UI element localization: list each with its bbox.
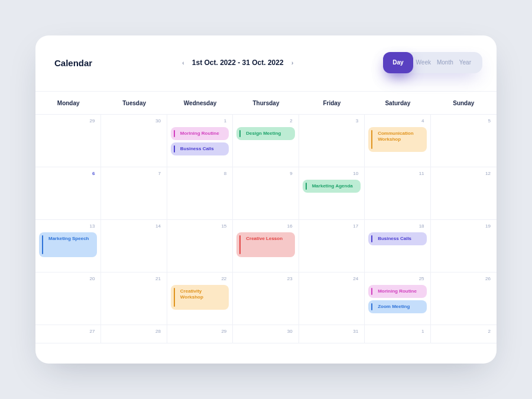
day-cell[interactable]: 11 [365, 167, 430, 219]
weekday-header: Monday [35, 92, 101, 114]
day-cell[interactable]: 29 [167, 325, 233, 343]
week-row: 27 28 29 30 31 1 2 [35, 325, 497, 343]
day-cell[interactable]: 2 [431, 325, 497, 343]
day-number: 12 [433, 171, 494, 179]
day-cell[interactable]: 6 [35, 167, 101, 219]
day-cell[interactable]: 3 [299, 115, 365, 167]
day-cell[interactable]: 26 [431, 273, 497, 325]
day-cell[interactable]: 28 [101, 325, 167, 343]
day-cell[interactable]: 9 [233, 167, 299, 219]
weekday-header: Friday [299, 92, 365, 114]
weekday-header: Sunday [431, 92, 497, 114]
event-marketing-agenda[interactable]: Marketing Agenda [303, 180, 361, 193]
day-cell[interactable]: 31 [299, 325, 365, 343]
day-number: 26 [433, 276, 494, 284]
day-cell[interactable]: 16 Creative Lesson [233, 220, 299, 272]
week-row: 6 7 8 9 10 Marketing Agenda 11 12 [35, 167, 497, 220]
day-number: 4 [367, 118, 427, 126]
view-year-button[interactable]: Year [456, 52, 474, 73]
day-number: 25 [367, 276, 427, 284]
event-design-meeting[interactable]: Design Meeting [236, 127, 294, 140]
day-cell[interactable]: 12 [431, 167, 497, 219]
view-month-button[interactable]: Month [434, 52, 456, 73]
weekday-header: Thursday [233, 92, 299, 114]
day-cell[interactable]: 2 Design Meeting [233, 115, 299, 167]
day-number: 21 [103, 276, 164, 284]
day-cell[interactable]: 1 [365, 325, 430, 343]
day-number: 30 [235, 329, 296, 336]
day-number: 7 [103, 171, 164, 179]
day-cell[interactable]: 7 [101, 167, 167, 219]
day-number: 17 [301, 223, 362, 231]
day-number: 15 [170, 223, 230, 231]
event-business-calls-2[interactable]: Business Calls [368, 232, 426, 245]
event-creativity-workshop[interactable]: Creativity Workshop [171, 285, 229, 310]
chevron-right-icon[interactable]: › [288, 59, 297, 67]
day-cell[interactable]: 17 [299, 220, 365, 272]
day-number: 24 [301, 276, 362, 284]
event-creative-lesson[interactable]: Creative Lesson [236, 232, 294, 257]
event-communication-workshop[interactable]: Communication Workshop [368, 127, 426, 152]
date-range-picker[interactable]: ‹ 1st Oct. 2022 - 31 Oct. 2022 › [179, 59, 297, 67]
date-range-label: 1st Oct. 2022 - 31 Oct. 2022 [192, 59, 284, 67]
week-row: 29 30 1 Morining Routine Business Calls … [35, 115, 497, 167]
day-number: 8 [170, 171, 230, 179]
day-number: 11 [367, 171, 427, 179]
day-cell[interactable]: 5 [431, 115, 497, 167]
day-cell[interactable]: 10 Marketing Agenda [299, 167, 365, 219]
day-cell[interactable]: 4 Communication Workshop [365, 115, 430, 167]
event-zoom-meeting[interactable]: Zoom Meeting [368, 300, 426, 313]
calendar-grid: Monday Tuesday Wednesday Thursday Friday… [35, 91, 497, 343]
day-cell[interactable]: 25 Morining Routine Zoom Meeting [365, 273, 430, 325]
day-cell[interactable]: 20 [35, 273, 101, 325]
day-number: 9 [235, 171, 296, 179]
event-marketing-speech[interactable]: Marketing Speech [39, 232, 97, 257]
day-number: 22 [170, 276, 230, 284]
week-row: 20 21 22 Creativity Workshop 23 24 25 Mo… [35, 273, 497, 325]
day-cell[interactable]: 29 [35, 115, 101, 167]
day-number: 3 [301, 118, 362, 126]
weekday-header-row: Monday Tuesday Wednesday Thursday Friday… [35, 92, 497, 115]
day-number: 10 [301, 171, 362, 179]
weekday-header: Saturday [365, 92, 430, 114]
day-cell[interactable]: 8 [167, 167, 233, 219]
day-number: 23 [235, 276, 296, 284]
event-morning-routine[interactable]: Morining Routine [171, 127, 229, 140]
day-number: 13 [38, 223, 98, 231]
day-number: 29 [38, 118, 98, 126]
chevron-left-icon[interactable]: ‹ [179, 59, 187, 67]
day-cell[interactable]: 23 [233, 273, 299, 325]
day-cell[interactable]: 22 Creativity Workshop [167, 273, 233, 325]
weekday-header: Tuesday [101, 92, 167, 114]
day-number: 29 [170, 329, 230, 336]
day-number: 2 [433, 329, 494, 336]
day-cell[interactable]: 24 [299, 273, 365, 325]
day-number: 18 [367, 223, 427, 231]
day-number: 14 [103, 223, 164, 231]
day-number: 5 [433, 118, 494, 126]
day-number: 31 [301, 329, 362, 336]
day-cell[interactable]: 15 [167, 220, 233, 272]
view-week-button[interactable]: Week [413, 52, 434, 73]
day-number: 2 [235, 118, 296, 126]
day-number: 6 [38, 171, 98, 179]
day-cell[interactable]: 18 Business Calls [365, 220, 430, 272]
calendar-header: Calendar ‹ 1st Oct. 2022 - 31 Oct. 2022 … [35, 52, 497, 73]
event-business-calls[interactable]: Business Calls [171, 142, 229, 155]
view-toggle: Day Week Month Year [383, 52, 482, 73]
day-number: 1 [170, 118, 230, 126]
calendar-window: Calendar ‹ 1st Oct. 2022 - 31 Oct. 2022 … [35, 35, 497, 364]
view-day-button[interactable]: Day [383, 52, 413, 73]
event-morning-routine-2[interactable]: Morining Routine [368, 285, 426, 298]
day-number: 30 [103, 118, 164, 126]
day-number: 16 [235, 223, 296, 231]
day-number: 27 [38, 329, 98, 336]
day-cell[interactable]: 13 Marketing Speech [35, 220, 101, 272]
day-cell[interactable]: 30 [233, 325, 299, 343]
day-cell[interactable]: 14 [101, 220, 167, 272]
day-cell[interactable]: 19 [431, 220, 497, 272]
day-cell[interactable]: 1 Morining Routine Business Calls [167, 115, 233, 167]
day-cell[interactable]: 27 [35, 325, 101, 343]
day-cell[interactable]: 30 [101, 115, 167, 167]
day-cell[interactable]: 21 [101, 273, 167, 325]
